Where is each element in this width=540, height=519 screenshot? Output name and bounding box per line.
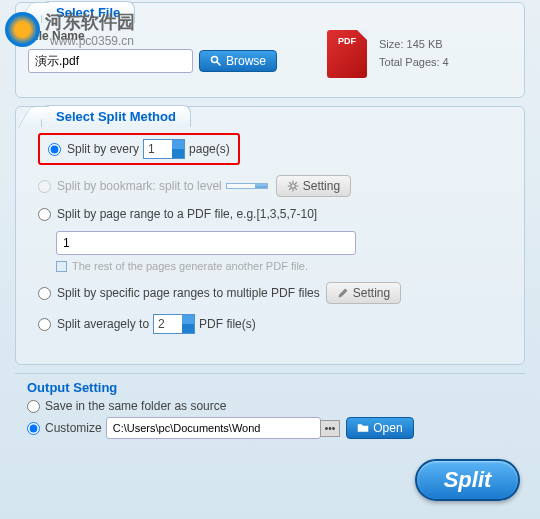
rest-pages-checkbox[interactable] xyxy=(56,261,67,272)
output-same-radio[interactable] xyxy=(27,400,40,413)
pdf-icon xyxy=(327,30,367,78)
output-same-row: Save in the same folder as source xyxy=(27,399,513,413)
pencil-icon xyxy=(337,287,349,299)
svg-point-2 xyxy=(291,184,296,189)
split-bookmark-row: Split by bookmark: split to level Settin… xyxy=(28,175,512,197)
range-note-row: The rest of the pages generate another P… xyxy=(56,260,512,272)
bookmark-setting-button[interactable]: Setting xyxy=(276,175,351,197)
split-range-row: Split by page range to a PDF file, e.g.[… xyxy=(28,207,512,221)
folder-icon xyxy=(357,422,369,434)
output-setting-panel: Output Setting Save in the same folder a… xyxy=(15,373,525,449)
browse-button[interactable]: Browse xyxy=(199,50,277,72)
output-custom-row: Customize ••• Open xyxy=(27,417,513,439)
output-custom-radio[interactable] xyxy=(27,422,40,435)
file-name-label: File Name xyxy=(28,29,269,43)
gear-icon xyxy=(287,180,299,192)
select-file-panel: Select File File Name Browse Size: 145 K… xyxy=(15,2,525,98)
split-range-radio[interactable] xyxy=(38,208,51,221)
split-average-radio[interactable] xyxy=(38,318,51,331)
file-meta: Size: 145 KB Total Pages: 4 xyxy=(379,36,449,71)
specific-setting-button[interactable]: Setting xyxy=(326,282,401,304)
select-file-tab: Select File xyxy=(41,1,135,23)
split-button[interactable]: Split xyxy=(415,459,520,501)
path-browse-button[interactable]: ••• xyxy=(320,420,341,437)
svg-line-1 xyxy=(217,62,221,66)
split-average-row: Split averagely to 2 PDF file(s) xyxy=(28,314,512,334)
split-every-radio[interactable] xyxy=(48,143,61,156)
range-input[interactable] xyxy=(56,231,356,255)
split-method-tab: Select Split Method xyxy=(41,105,191,127)
split-specific-row: Split by specific page ranges to multipl… xyxy=(28,282,512,304)
search-icon xyxy=(210,55,222,67)
split-every-row: Split by every 1 page(s) xyxy=(28,133,512,165)
split-bookmark-radio[interactable] xyxy=(38,180,51,193)
output-title: Output Setting xyxy=(27,380,513,395)
file-size: Size: 145 KB xyxy=(379,36,449,54)
average-spinner[interactable]: 2 xyxy=(153,314,195,334)
highlight-box: Split by every 1 page(s) xyxy=(38,133,240,165)
open-button[interactable]: Open xyxy=(346,417,413,439)
split-specific-radio[interactable] xyxy=(38,287,51,300)
bookmark-level-spinner[interactable] xyxy=(226,183,268,189)
file-pages: Total Pages: 4 xyxy=(379,54,449,72)
output-path-input[interactable] xyxy=(106,417,321,439)
file-name-input[interactable] xyxy=(28,49,193,73)
split-method-panel: Select Split Method Split by every 1 pag… xyxy=(15,106,525,365)
svg-point-0 xyxy=(212,57,218,63)
split-every-spinner[interactable]: 1 xyxy=(143,139,185,159)
